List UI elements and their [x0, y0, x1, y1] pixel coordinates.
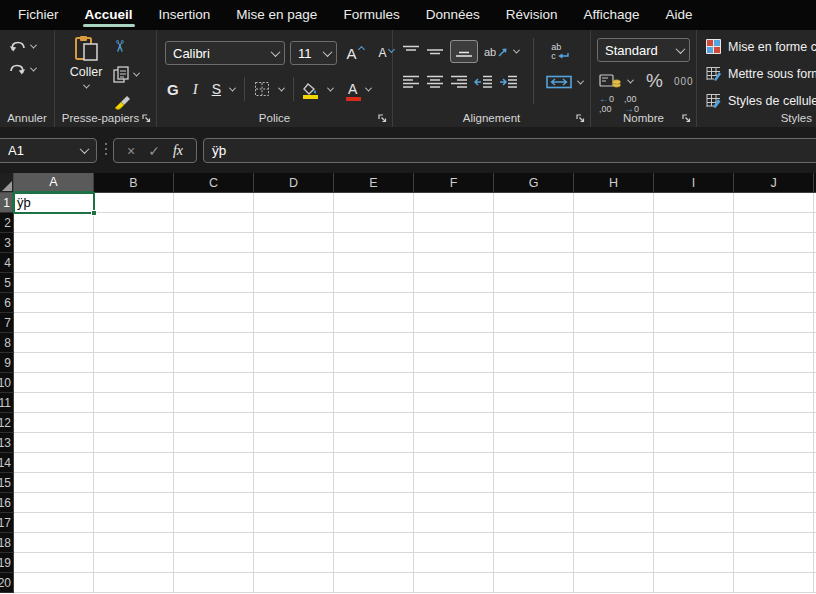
cell-i4[interactable]	[654, 253, 734, 273]
cell-e3[interactable]	[334, 233, 414, 253]
font-size-dropdown-icon[interactable]	[323, 47, 333, 57]
column-header-i[interactable]: I	[654, 173, 734, 193]
cell-d11[interactable]	[254, 393, 334, 413]
cell-j15[interactable]	[734, 473, 814, 493]
cell-a15[interactable]	[14, 473, 94, 493]
format-as-table-button[interactable]: Mettre sous form	[706, 66, 816, 81]
column-header-d[interactable]: D	[254, 173, 334, 193]
cell-g19[interactable]	[494, 553, 574, 573]
cell-h9[interactable]	[574, 353, 654, 373]
row-header-4[interactable]: 4	[0, 253, 14, 273]
cell-j1[interactable]	[734, 193, 814, 213]
cell-d20[interactable]	[254, 573, 334, 593]
cell-c2[interactable]	[174, 213, 254, 233]
cell-h19[interactable]	[574, 553, 654, 573]
cell-b8[interactable]	[94, 333, 174, 353]
cell-a20[interactable]	[14, 573, 94, 593]
font-dialog-launcher-icon[interactable]	[377, 113, 388, 124]
cell-a3[interactable]	[14, 233, 94, 253]
cell-b6[interactable]	[94, 293, 174, 313]
cell-c6[interactable]	[174, 293, 254, 313]
formula-input[interactable]: ÿþ	[203, 138, 816, 163]
cell-i18[interactable]	[654, 533, 734, 553]
cell-d8[interactable]	[254, 333, 334, 353]
menu-tab-mise-en-page[interactable]: Mise en page	[223, 0, 330, 30]
menu-tab-accueil[interactable]: Accueil	[72, 0, 146, 30]
cell-e8[interactable]	[334, 333, 414, 353]
cell-c13[interactable]	[174, 433, 254, 453]
cell-b18[interactable]	[94, 533, 174, 553]
cell-e10[interactable]	[334, 373, 414, 393]
cell-h2[interactable]	[574, 213, 654, 233]
row-header-17[interactable]: 17	[0, 513, 14, 533]
cell-e11[interactable]	[334, 393, 414, 413]
cell-g11[interactable]	[494, 393, 574, 413]
cell-a14[interactable]	[14, 453, 94, 473]
cell-c4[interactable]	[174, 253, 254, 273]
cell-b11[interactable]	[94, 393, 174, 413]
cell-f2[interactable]	[414, 213, 494, 233]
row-header-2[interactable]: 2	[0, 213, 14, 233]
cell-j14[interactable]	[734, 453, 814, 473]
cell-e12[interactable]	[334, 413, 414, 433]
cell-b17[interactable]	[94, 513, 174, 533]
cell-b3[interactable]	[94, 233, 174, 253]
cell-a18[interactable]	[14, 533, 94, 553]
conditional-formatting-button[interactable]: Mise en forme co	[706, 39, 816, 54]
cell-j18[interactable]	[734, 533, 814, 553]
cell-h12[interactable]	[574, 413, 654, 433]
cell-h8[interactable]	[574, 333, 654, 353]
row-header-19[interactable]: 19	[0, 553, 14, 573]
paste-dropdown-icon[interactable]	[82, 82, 89, 89]
align-middle-button[interactable]	[426, 44, 444, 59]
row-header-9[interactable]: 9	[0, 353, 14, 373]
cell-d19[interactable]	[254, 553, 334, 573]
cell-j5[interactable]	[734, 273, 814, 293]
align-top-button[interactable]	[402, 44, 420, 59]
cell-h13[interactable]	[574, 433, 654, 453]
cell-a7[interactable]	[14, 313, 94, 333]
cell-e1[interactable]	[334, 193, 414, 213]
cell-d14[interactable]	[254, 453, 334, 473]
cell-a4[interactable]	[14, 253, 94, 273]
cell-d2[interactable]	[254, 213, 334, 233]
row-header-15[interactable]: 15	[0, 473, 14, 493]
menu-tab-données[interactable]: Données	[413, 0, 493, 30]
menu-tab-fichier[interactable]: Fichier	[5, 0, 72, 30]
increase-font-size-button[interactable]: A	[342, 45, 368, 62]
cell-j7[interactable]	[734, 313, 814, 333]
orientation-dropdown-icon[interactable]	[513, 47, 520, 54]
cut-button[interactable]: ✂	[113, 36, 126, 56]
cell-f19[interactable]	[414, 553, 494, 573]
cell-g5[interactable]	[494, 273, 574, 293]
fill-color-dropdown-icon[interactable]	[327, 84, 334, 91]
cell-j12[interactable]	[734, 413, 814, 433]
cell-d18[interactable]	[254, 533, 334, 553]
fill-handle[interactable]	[91, 210, 97, 216]
cell-i2[interactable]	[654, 213, 734, 233]
cell-g1[interactable]	[494, 193, 574, 213]
cell-g14[interactable]	[494, 453, 574, 473]
format-painter-button[interactable]	[113, 92, 132, 112]
cell-i17[interactable]	[654, 513, 734, 533]
cell-g16[interactable]	[494, 493, 574, 513]
cell-h5[interactable]	[574, 273, 654, 293]
decrease-indent-button[interactable]	[474, 75, 493, 89]
cell-j6[interactable]	[734, 293, 814, 313]
cell-b7[interactable]	[94, 313, 174, 333]
cell-f12[interactable]	[414, 413, 494, 433]
cell-b10[interactable]	[94, 373, 174, 393]
cell-c5[interactable]	[174, 273, 254, 293]
row-header-18[interactable]: 18	[0, 533, 14, 553]
cell-d3[interactable]	[254, 233, 334, 253]
cell-h17[interactable]	[574, 513, 654, 533]
cell-c17[interactable]	[174, 513, 254, 533]
cell-g17[interactable]	[494, 513, 574, 533]
cell-h4[interactable]	[574, 253, 654, 273]
row-header-1[interactable]: 1	[0, 193, 14, 213]
cell-j10[interactable]	[734, 373, 814, 393]
cell-g9[interactable]	[494, 353, 574, 373]
cell-e18[interactable]	[334, 533, 414, 553]
cell-c7[interactable]	[174, 313, 254, 333]
cell-f10[interactable]	[414, 373, 494, 393]
